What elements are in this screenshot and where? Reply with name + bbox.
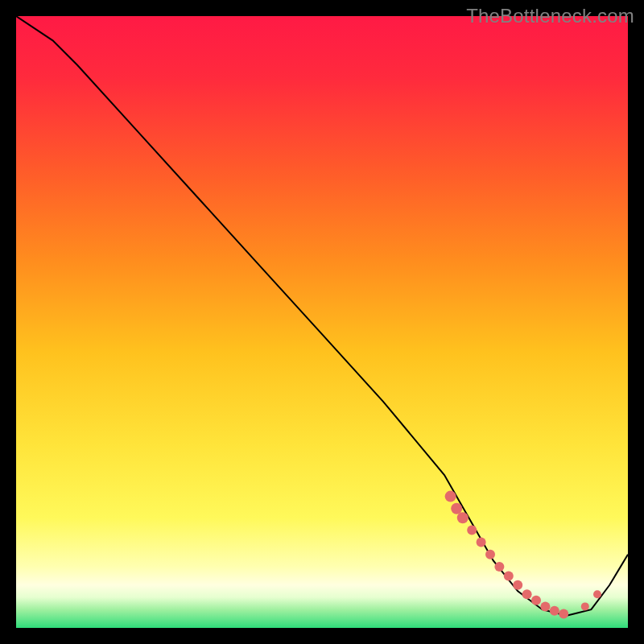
marker-point [467, 525, 477, 535]
marker-point [451, 503, 462, 514]
marker-point [531, 596, 541, 605]
marker-point [485, 550, 495, 559]
marker-point [559, 609, 568, 619]
marker-point [550, 606, 559, 616]
marker-point [504, 571, 514, 580]
chart-frame: TheBottleneck.com [0, 0, 644, 644]
marker-point [494, 562, 504, 572]
marker-point [593, 590, 601, 598]
marker-point [540, 601, 550, 611]
marker-point [477, 538, 486, 547]
watermark-text: TheBottleneck.com [466, 5, 634, 27]
chart-svg [16, 16, 628, 628]
marker-point [445, 491, 456, 502]
marker-point [457, 512, 469, 523]
gradient-background [16, 16, 628, 628]
plot-area [16, 16, 628, 628]
marker-point [513, 580, 522, 590]
marker-point [581, 602, 589, 610]
marker-point [522, 589, 532, 599]
